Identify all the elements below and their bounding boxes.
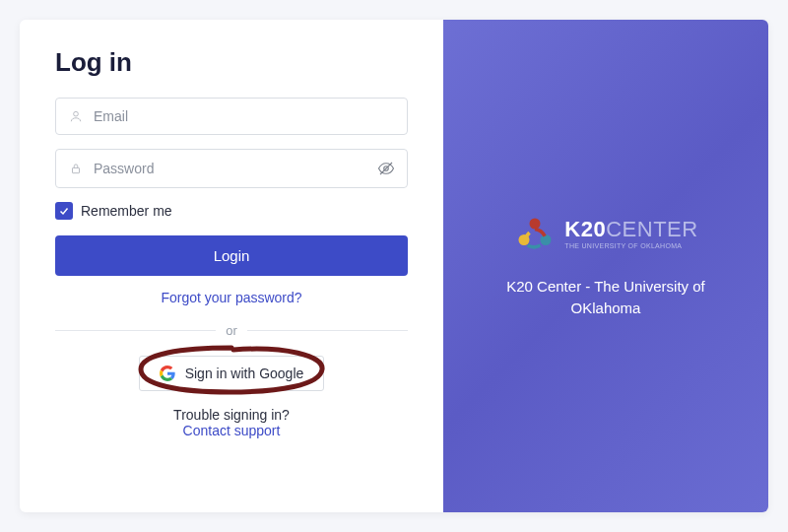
brand-panel: K20 CENTER THE UNIVERSITY OF OKLAHOMA K2… [443,20,768,512]
svg-point-6 [541,234,552,245]
divider-text: or [216,323,247,338]
toggle-password-visibility-icon[interactable] [377,160,395,177]
brand-caption: K20 Center - The University of OKlahoma [463,276,749,320]
logo-bold: K20 [564,219,606,240]
logo-main: K20 CENTER [564,219,697,240]
remember-checkbox[interactable] [55,202,73,220]
remember-label: Remember me [81,203,172,219]
divider-line-left [55,330,216,331]
forgot-password-link[interactable]: Forgot your password? [55,290,408,305]
brand-logo: K20 CENTER THE UNIVERSITY OF OKLAHOMA [513,213,697,256]
google-button-label: Sign in with Google [185,366,304,381]
user-icon [68,108,84,124]
k20-logo-mark-icon [513,213,557,256]
remember-row: Remember me [55,202,408,220]
divider-line-right [247,330,408,331]
svg-point-0 [74,111,79,116]
password-input[interactable] [94,161,377,176]
logo-sub: THE UNIVERSITY OF OKLAHOMA [564,242,697,249]
trouble-text: Trouble signing in? [55,407,408,423]
svg-point-4 [530,218,541,229]
logo-light: CENTER [606,219,697,240]
login-card: Log in Remember me Login Forgot your pas… [20,20,768,512]
password-field-wrap[interactable] [55,149,408,188]
login-button[interactable]: Login [55,235,408,276]
divider: or [55,323,408,338]
lock-icon [68,161,84,176]
email-input[interactable] [94,108,395,124]
trouble-block: Trouble signing in? Contact support [55,407,408,438]
google-button-wrap: Sign in with Google [55,356,408,391]
page-title: Log in [55,47,408,78]
email-field-wrap[interactable] [55,98,408,135]
google-signin-button[interactable]: Sign in with Google [139,356,325,391]
svg-rect-1 [73,167,80,172]
login-form-panel: Log in Remember me Login Forgot your pas… [20,20,443,512]
google-icon [160,366,175,381]
logo-text: K20 CENTER THE UNIVERSITY OF OKLAHOMA [564,219,697,249]
contact-support-link[interactable]: Contact support [55,423,408,438]
